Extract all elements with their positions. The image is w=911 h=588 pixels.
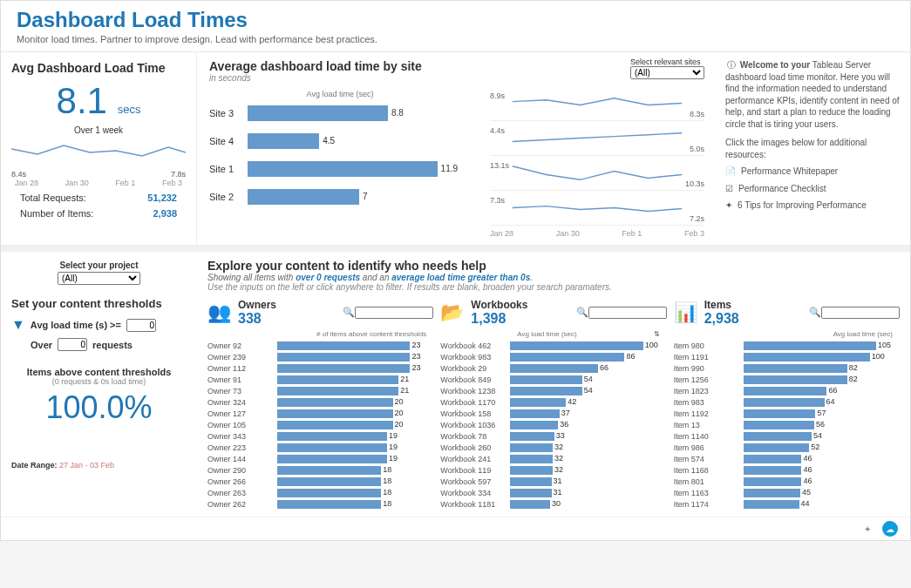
data-row[interactable]: Workbook 11932: [440, 464, 666, 476]
kpi-value: 8.1 secs: [11, 80, 186, 122]
sort-icon[interactable]: ⇅: [654, 330, 660, 338]
date-range: Date Range: 27 Jan - 03 Feb: [11, 461, 187, 470]
above-label: Items above content thresholds: [11, 367, 187, 377]
resource-link[interactable]: ☑Performance Checklist: [725, 183, 901, 195]
footer: ✦ ☁: [1, 517, 910, 540]
data-row[interactable]: Owner 11223: [207, 362, 433, 374]
data-row[interactable]: Owner 9121: [207, 374, 433, 385]
data-row[interactable]: Workbook 98386: [440, 351, 666, 362]
explore-title: Explore your content to identify who nee…: [207, 259, 900, 273]
kpi-panel: Avg Dashboard Load Time 8.1 secs Over 1 …: [1, 52, 197, 245]
data-row[interactable]: Item 114054: [674, 430, 900, 442]
resource-link[interactable]: 📄Performance Whitepaper: [725, 166, 901, 178]
data-row[interactable]: Owner 32420: [207, 396, 433, 408]
site-line[interactable]: 13.1s10.3s: [490, 159, 704, 191]
data-row[interactable]: Workbook 123854: [440, 385, 666, 396]
workbooks-chart[interactable]: Workbook 462100Workbook 98386Workbook 29…: [440, 340, 666, 510]
tableau-icon[interactable]: ✦: [860, 521, 875, 537]
site-bar-row[interactable]: Site 27: [209, 186, 471, 208]
data-row[interactable]: Workbook 117042: [440, 396, 666, 408]
data-row[interactable]: Item 57446: [674, 453, 900, 464]
data-row[interactable]: Owner 26618: [207, 476, 433, 487]
data-row[interactable]: Workbook 33431: [440, 487, 666, 498]
data-row[interactable]: Item 116345: [674, 487, 900, 498]
site-bar-row[interactable]: Site 111.9: [209, 158, 471, 180]
above-sub: (0 requests & 0s load time): [11, 377, 187, 386]
data-row[interactable]: Owner 9223: [207, 340, 433, 351]
search-icon: 🔍: [576, 307, 588, 317]
threshold-requests: Over requests: [11, 338, 187, 351]
dashboard-root: Dashboard Load Times Monitor load times.…: [0, 0, 911, 541]
data-row[interactable]: Owner 26318: [207, 487, 433, 498]
owners-search[interactable]: [355, 307, 433, 319]
site-line[interactable]: 8.9s8.3s: [490, 90, 704, 121]
workbooks-column: 📂 Workbooks1,398 🔍 Avg load time (sec)⇅ …: [440, 299, 666, 510]
site-lines[interactable]: 8.9s8.3s4.4s5.0s13.1s10.3s7.3s7.2s Jan 2…: [490, 90, 704, 238]
data-row[interactable]: Workbook 26032: [440, 442, 666, 453]
items-icon: 📊: [674, 301, 697, 324]
data-row[interactable]: Item 1356: [674, 419, 900, 430]
data-row[interactable]: Workbook 84954: [440, 374, 666, 385]
spark-endpoints: 8.4s7.8s: [11, 170, 186, 179]
site-bar-row[interactable]: Site 38.8: [209, 102, 471, 125]
page-title: Dashboard Load Times: [17, 8, 894, 32]
data-row[interactable]: Item 116846: [674, 464, 900, 476]
folder-icon: 📂: [440, 301, 464, 324]
kpi-sparkline: [11, 139, 186, 165]
requests-input[interactable]: [58, 338, 87, 351]
data-row[interactable]: Item 80146: [674, 476, 900, 487]
owners-column: 👥 Owners338 🔍 # of items above content t…: [207, 299, 433, 510]
threshold-loadtime: ▼ Avg load time (s) >=: [11, 317, 187, 333]
data-row[interactable]: Workbook 103636: [440, 419, 666, 430]
data-row[interactable]: Item 125682: [674, 374, 900, 385]
owners-icon: 👥: [207, 301, 231, 324]
data-row[interactable]: Workbook 2966: [440, 362, 666, 374]
data-row[interactable]: Workbook 7833: [440, 430, 666, 442]
site-line[interactable]: 4.4s5.0s: [490, 125, 704, 156]
row-top: Avg Dashboard Load Time 8.1 secs Over 1 …: [1, 52, 910, 252]
data-row[interactable]: Owner 29018: [207, 464, 433, 476]
owners-chart[interactable]: Owner 9223Owner 23923Owner 11223Owner 91…: [207, 340, 433, 510]
workbooks-search[interactable]: [588, 307, 667, 319]
info-panel: ⓘ Welcome to your Tableau Server dashboa…: [717, 52, 910, 245]
data-row[interactable]: Item 1191100: [674, 351, 900, 362]
data-row[interactable]: Owner 10520: [207, 419, 433, 430]
data-row[interactable]: Item 980105: [674, 340, 900, 351]
data-row[interactable]: Owner 26218: [207, 498, 433, 510]
resource-link[interactable]: ✦6 Tips for Improving Performance: [725, 199, 901, 212]
data-row[interactable]: Owner 34319: [207, 430, 433, 442]
data-row[interactable]: Workbook 118130: [440, 498, 666, 510]
data-row[interactable]: Owner 23923: [207, 351, 433, 362]
data-row[interactable]: Owner 7321: [207, 385, 433, 396]
funnel-icon: ▼: [11, 317, 25, 333]
data-row[interactable]: Item 98652: [674, 442, 900, 453]
data-row[interactable]: Item 99082: [674, 362, 900, 374]
project-select[interactable]: (All): [58, 272, 140, 285]
data-row[interactable]: Item 98364: [674, 396, 900, 408]
data-row[interactable]: Item 117444: [674, 498, 900, 510]
items-chart[interactable]: Item 980105Item 1191100Item 99082Item 12…: [674, 340, 900, 510]
data-row[interactable]: Item 182366: [674, 385, 900, 396]
search-icon: 🔍: [343, 307, 355, 317]
site-bar-row[interactable]: Site 44.5: [209, 130, 471, 152]
site-line[interactable]: 7.3s7.2s: [490, 194, 704, 226]
thresholds-title: Set your content thresholds: [11, 297, 187, 310]
info-icon: ⓘ: [725, 59, 738, 71]
items-search[interactable]: [821, 307, 900, 319]
avg-load-input[interactable]: [126, 319, 156, 332]
data-row[interactable]: Workbook 15837: [440, 408, 666, 419]
site-bars[interactable]: Avg load time (sec) Site 38.8Site 44.5Si…: [209, 90, 471, 238]
page-subtitle: Monitor load times. Partner to improve d…: [17, 34, 894, 44]
data-row[interactable]: Workbook 24132: [440, 453, 666, 464]
explore-sub: Showing all items with over 0 requests a…: [207, 273, 900, 282]
data-row[interactable]: Workbook 462100: [440, 340, 666, 351]
site-filter-select[interactable]: (All): [630, 66, 704, 79]
above-value: 100.0%: [11, 389, 187, 426]
data-row[interactable]: Workbook 59731: [440, 476, 666, 487]
data-row[interactable]: Owner 12720: [207, 408, 433, 419]
data-row[interactable]: Owner 22319: [207, 442, 433, 453]
data-row[interactable]: Owner 14419: [207, 453, 433, 464]
site-chart-panel: Select relevant sites (All) Average dash…: [197, 52, 717, 245]
salesforce-icon[interactable]: ☁: [882, 521, 898, 537]
data-row[interactable]: Item 119257: [674, 408, 900, 419]
